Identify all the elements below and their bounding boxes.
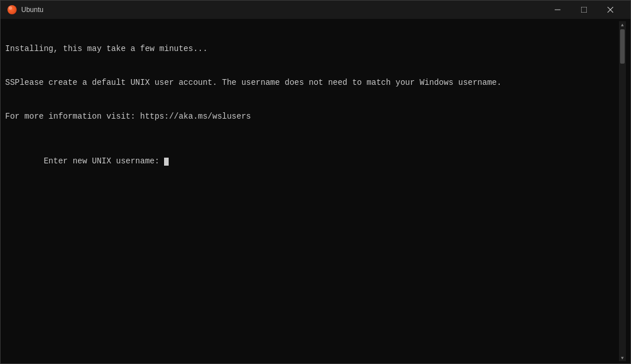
scrollbar-thumb[interactable] <box>620 29 625 64</box>
terminal-line-3: For more information visit: https://aka.… <box>5 111 619 123</box>
terminal-line-4: Enter new UNIX username: <box>5 145 619 179</box>
svg-rect-1 <box>581 7 587 13</box>
svg-rect-0 <box>555 10 560 10</box>
terminal-body[interactable]: Installing, this may take a few minutes.… <box>1 19 630 363</box>
minimize-button[interactable] <box>544 1 571 19</box>
terminal-line-1: Installing, this may take a few minutes.… <box>5 44 619 55</box>
scrollbar-track[interactable] <box>619 28 626 354</box>
scroll-up-arrow[interactable]: ▲ <box>619 21 626 28</box>
terminal-output[interactable]: Installing, this may take a few minutes.… <box>5 21 619 361</box>
terminal-prompt: Enter new UNIX username: <box>44 156 164 166</box>
ubuntu-icon <box>7 5 17 14</box>
title-bar-controls <box>544 1 624 19</box>
title-bar: Ubuntu <box>1 1 630 19</box>
terminal-line-2: SSPlease create a default UNIX user acco… <box>5 77 619 89</box>
title-bar-left: Ubuntu <box>7 5 544 14</box>
terminal-cursor <box>164 158 169 166</box>
close-button[interactable] <box>597 1 624 19</box>
window-title: Ubuntu <box>21 6 44 14</box>
scrollbar[interactable]: ▲ ▼ <box>619 21 626 361</box>
scroll-down-arrow[interactable]: ▼ <box>619 354 626 361</box>
maximize-button[interactable] <box>571 1 597 19</box>
terminal-window: Ubuntu Installing, this <box>0 0 631 364</box>
